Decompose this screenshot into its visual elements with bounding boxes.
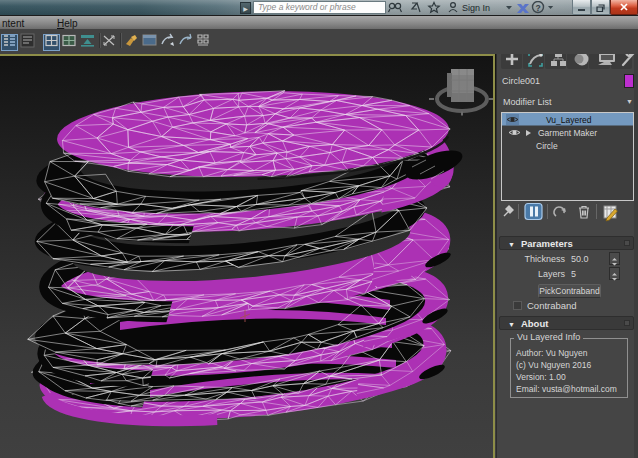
svg-text:Circle: Circle [536,141,558,151]
svg-text:?: ? [536,3,541,13]
svg-text:Garment Maker: Garment Maker [538,128,597,138]
svg-text:Vu_Layered: Vu_Layered [546,115,592,125]
svg-text:Sign In: Sign In [462,3,490,13]
